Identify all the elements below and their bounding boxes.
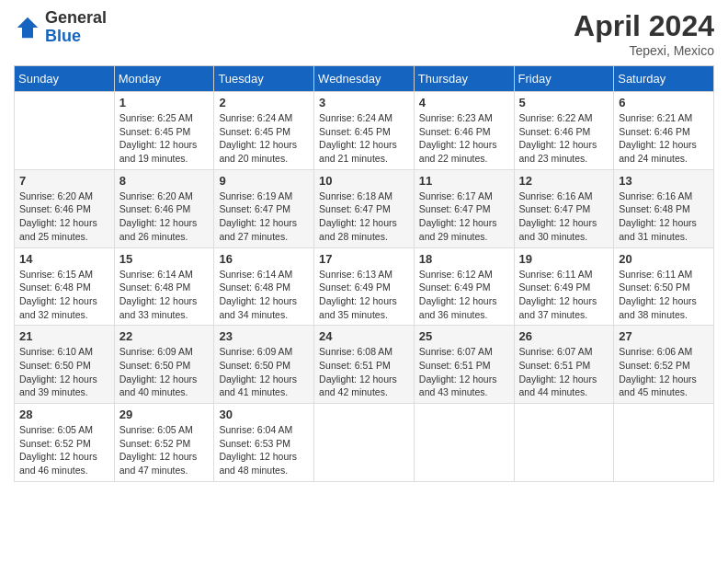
day-info: Sunrise: 6:19 AMSunset: 6:47 PMDaylight:…: [219, 190, 309, 244]
calendar-cell: 21Sunrise: 6:10 AMSunset: 6:50 PMDayligh…: [15, 326, 115, 404]
page-header: General Blue April 2024 Tepexi, Mexico: [14, 9, 714, 58]
calendar-cell: 30Sunrise: 6:04 AMSunset: 6:53 PMDayligh…: [214, 404, 314, 482]
day-info: Sunrise: 6:09 AMSunset: 6:50 PMDaylight:…: [219, 345, 309, 399]
location: Tepexi, Mexico: [574, 43, 714, 58]
day-info: Sunrise: 6:07 AMSunset: 6:51 PMDaylight:…: [419, 345, 509, 399]
calendar-cell: 16Sunrise: 6:14 AMSunset: 6:48 PMDayligh…: [214, 247, 314, 326]
calendar-cell: 24Sunrise: 6:08 AMSunset: 6:51 PMDayligh…: [314, 326, 415, 404]
calendar-cell: 10Sunrise: 6:18 AMSunset: 6:47 PMDayligh…: [314, 169, 415, 247]
column-header-tuesday: Tuesday: [214, 66, 314, 92]
calendar-cell: [15, 92, 115, 170]
calendar-cell: [414, 404, 514, 482]
day-number: 6: [619, 96, 709, 109]
day-number: 13: [619, 174, 709, 188]
day-info: Sunrise: 6:07 AMSunset: 6:51 PMDaylight:…: [519, 345, 609, 399]
day-number: 15: [119, 252, 210, 266]
calendar-cell: 19Sunrise: 6:11 AMSunset: 6:49 PMDayligh…: [514, 247, 614, 326]
day-number: 7: [19, 174, 109, 188]
day-number: 10: [319, 174, 409, 188]
day-number: 29: [119, 408, 210, 421]
day-info: Sunrise: 6:20 AMSunset: 6:46 PMDaylight:…: [119, 190, 210, 244]
calendar-cell: 12Sunrise: 6:16 AMSunset: 6:47 PMDayligh…: [514, 169, 614, 247]
day-number: 18: [419, 252, 509, 266]
day-number: 16: [219, 252, 309, 266]
calendar-cell: 3Sunrise: 6:24 AMSunset: 6:45 PMDaylight…: [314, 92, 415, 170]
column-header-saturday: Saturday: [614, 66, 714, 92]
day-info: Sunrise: 6:06 AMSunset: 6:52 PMDaylight:…: [619, 345, 709, 399]
day-info: Sunrise: 6:17 AMSunset: 6:47 PMDaylight:…: [419, 190, 509, 244]
day-info: Sunrise: 6:13 AMSunset: 6:49 PMDaylight:…: [319, 268, 409, 322]
calendar-cell: 13Sunrise: 6:16 AMSunset: 6:48 PMDayligh…: [614, 169, 714, 247]
column-header-monday: Monday: [114, 66, 214, 92]
logo-text: General Blue: [45, 9, 107, 46]
column-header-thursday: Thursday: [414, 66, 514, 92]
day-info: Sunrise: 6:21 AMSunset: 6:46 PMDaylight:…: [619, 111, 709, 166]
day-info: Sunrise: 6:05 AMSunset: 6:52 PMDaylight:…: [119, 423, 210, 477]
day-info: Sunrise: 6:10 AMSunset: 6:50 PMDaylight:…: [19, 345, 109, 399]
day-info: Sunrise: 6:11 AMSunset: 6:50 PMDaylight:…: [619, 268, 709, 322]
week-row-4: 21Sunrise: 6:10 AMSunset: 6:50 PMDayligh…: [15, 326, 714, 404]
day-info: Sunrise: 6:11 AMSunset: 6:49 PMDaylight:…: [519, 268, 609, 322]
day-number: 5: [519, 96, 609, 109]
day-info: Sunrise: 6:14 AMSunset: 6:48 PMDaylight:…: [219, 268, 309, 322]
day-number: 3: [319, 96, 409, 109]
calendar-cell: 5Sunrise: 6:22 AMSunset: 6:46 PMDaylight…: [514, 92, 614, 170]
day-number: 1: [119, 96, 210, 109]
day-info: Sunrise: 6:22 AMSunset: 6:46 PMDaylight:…: [519, 111, 609, 166]
calendar-cell: 27Sunrise: 6:06 AMSunset: 6:52 PMDayligh…: [614, 326, 714, 404]
calendar-cell: 20Sunrise: 6:11 AMSunset: 6:50 PMDayligh…: [614, 247, 714, 326]
calendar-cell: 7Sunrise: 6:20 AMSunset: 6:46 PMDaylight…: [15, 169, 115, 247]
column-header-sunday: Sunday: [15, 66, 115, 92]
day-info: Sunrise: 6:14 AMSunset: 6:48 PMDaylight:…: [119, 268, 210, 322]
day-info: Sunrise: 6:24 AMSunset: 6:45 PMDaylight:…: [319, 111, 409, 166]
logo-blue: Blue: [45, 27, 81, 45]
day-number: 28: [19, 408, 109, 421]
day-info: Sunrise: 6:23 AMSunset: 6:46 PMDaylight:…: [419, 111, 509, 166]
logo-icon: [14, 14, 41, 41]
calendar-cell: 29Sunrise: 6:05 AMSunset: 6:52 PMDayligh…: [114, 404, 214, 482]
day-number: 14: [19, 252, 109, 266]
day-info: Sunrise: 6:18 AMSunset: 6:47 PMDaylight:…: [319, 190, 409, 244]
calendar-cell: 8Sunrise: 6:20 AMSunset: 6:46 PMDaylight…: [114, 169, 214, 247]
week-row-3: 14Sunrise: 6:15 AMSunset: 6:48 PMDayligh…: [15, 247, 714, 326]
calendar-cell: 22Sunrise: 6:09 AMSunset: 6:50 PMDayligh…: [114, 326, 214, 404]
day-number: 21: [19, 329, 109, 343]
calendar-table: SundayMondayTuesdayWednesdayThursdayFrid…: [14, 65, 714, 482]
day-number: 20: [619, 252, 709, 266]
day-number: 22: [119, 329, 210, 343]
day-number: 30: [219, 408, 309, 421]
calendar-cell: 1Sunrise: 6:25 AMSunset: 6:45 PMDaylight…: [114, 92, 214, 170]
day-info: Sunrise: 6:16 AMSunset: 6:47 PMDaylight:…: [519, 190, 609, 244]
day-number: 24: [319, 329, 409, 343]
day-number: 25: [419, 329, 509, 343]
day-info: Sunrise: 6:09 AMSunset: 6:50 PMDaylight:…: [119, 345, 210, 399]
calendar-cell: 26Sunrise: 6:07 AMSunset: 6:51 PMDayligh…: [514, 326, 614, 404]
day-number: 26: [519, 329, 609, 343]
calendar-cell: 6Sunrise: 6:21 AMSunset: 6:46 PMDaylight…: [614, 92, 714, 170]
day-number: 11: [419, 174, 509, 188]
day-info: Sunrise: 6:15 AMSunset: 6:48 PMDaylight:…: [19, 268, 109, 322]
day-number: 19: [519, 252, 609, 266]
column-header-friday: Friday: [514, 66, 614, 92]
day-number: 8: [119, 174, 210, 188]
calendar-cell: 17Sunrise: 6:13 AMSunset: 6:49 PMDayligh…: [314, 247, 415, 326]
day-info: Sunrise: 6:16 AMSunset: 6:48 PMDaylight:…: [619, 190, 709, 244]
week-row-1: 1Sunrise: 6:25 AMSunset: 6:45 PMDaylight…: [15, 92, 714, 170]
calendar-cell: 23Sunrise: 6:09 AMSunset: 6:50 PMDayligh…: [214, 326, 314, 404]
day-info: Sunrise: 6:05 AMSunset: 6:52 PMDaylight:…: [19, 423, 109, 477]
calendar-cell: 9Sunrise: 6:19 AMSunset: 6:47 PMDaylight…: [214, 169, 314, 247]
day-number: 2: [219, 96, 309, 109]
day-info: Sunrise: 6:25 AMSunset: 6:45 PMDaylight:…: [119, 111, 210, 166]
title-block: April 2024 Tepexi, Mexico: [574, 9, 714, 58]
calendar-cell: [614, 404, 714, 482]
day-number: 12: [519, 174, 609, 188]
calendar-cell: 18Sunrise: 6:12 AMSunset: 6:49 PMDayligh…: [414, 247, 514, 326]
day-info: Sunrise: 6:24 AMSunset: 6:45 PMDaylight:…: [219, 111, 309, 166]
day-info: Sunrise: 6:04 AMSunset: 6:53 PMDaylight:…: [219, 423, 309, 477]
calendar-cell: 14Sunrise: 6:15 AMSunset: 6:48 PMDayligh…: [15, 247, 115, 326]
logo-general: General: [45, 8, 107, 27]
calendar-cell: [314, 404, 415, 482]
day-number: 4: [419, 96, 509, 109]
week-row-2: 7Sunrise: 6:20 AMSunset: 6:46 PMDaylight…: [15, 169, 714, 247]
day-number: 27: [619, 329, 709, 343]
